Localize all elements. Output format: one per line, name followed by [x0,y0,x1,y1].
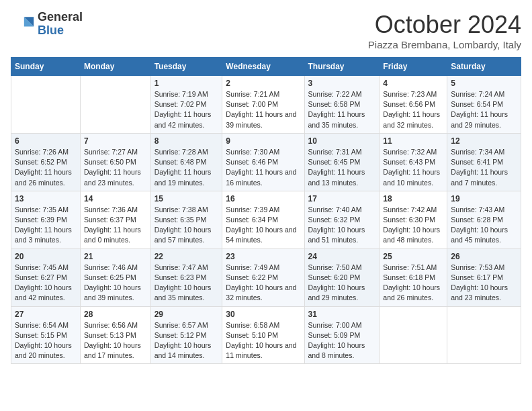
calendar-table: SundayMondayTuesdayWednesdayThursdayFrid… [11,57,521,364]
week-row-2: 6Sunrise: 7:26 AM Sunset: 6:52 PM Daylig… [11,133,521,191]
day-number: 29 [154,310,219,319]
calendar-cell: 6Sunrise: 7:26 AM Sunset: 6:52 PM Daylig… [11,133,81,191]
day-info: Sunrise: 7:45 AM Sunset: 6:27 PM Dayligh… [15,263,77,304]
day-number: 3 [308,79,376,88]
calendar-cell: 29Sunrise: 6:57 AM Sunset: 5:12 PM Dayli… [150,306,222,364]
location-text: Piazza Brembana, Lombardy, Italy [368,39,521,50]
day-number: 12 [451,136,517,146]
calendar-cell: 18Sunrise: 7:42 AM Sunset: 6:30 PM Dayli… [380,191,447,248]
header-thursday: Thursday [304,58,380,76]
month-title: October 2024 [368,11,521,39]
calendar-cell: 9Sunrise: 7:30 AM Sunset: 6:46 PM Daylig… [222,133,304,191]
calendar-cell: 28Sunrise: 6:56 AM Sunset: 5:13 PM Dayli… [81,306,151,364]
calendar-cell: 14Sunrise: 7:36 AM Sunset: 6:37 PM Dayli… [81,191,151,248]
calendar-cell: 10Sunrise: 7:31 AM Sunset: 6:45 PM Dayli… [304,133,380,191]
day-info: Sunrise: 7:42 AM Sunset: 6:30 PM Dayligh… [383,205,443,246]
day-number: 27 [15,310,77,319]
day-info: Sunrise: 7:34 AM Sunset: 6:41 PM Dayligh… [451,147,517,188]
title-section: October 2024 Piazza Brembana, Lombardy, … [368,11,521,50]
day-number: 9 [226,136,300,146]
calendar-cell: 3Sunrise: 7:22 AM Sunset: 6:58 PM Daylig… [304,76,380,134]
day-number: 21 [84,252,147,261]
calendar-cell: 11Sunrise: 7:32 AM Sunset: 6:43 PM Dayli… [380,133,447,191]
day-info: Sunrise: 6:56 AM Sunset: 5:13 PM Dayligh… [84,320,147,361]
day-info: Sunrise: 7:50 AM Sunset: 6:20 PM Dayligh… [308,263,376,304]
calendar-cell: 8Sunrise: 7:28 AM Sunset: 6:48 PM Daylig… [150,133,222,191]
header-saturday: Saturday [447,58,521,76]
header-sunday: Sunday [11,58,81,76]
header-wednesday: Wednesday [222,58,304,76]
day-info: Sunrise: 7:38 AM Sunset: 6:35 PM Dayligh… [154,205,219,246]
day-number: 25 [383,252,443,261]
day-info: Sunrise: 7:24 AM Sunset: 6:54 PM Dayligh… [451,89,517,130]
day-number: 17 [308,194,376,203]
day-number: 14 [84,194,147,203]
header-monday: Monday [81,58,151,76]
day-info: Sunrise: 7:36 AM Sunset: 6:37 PM Dayligh… [84,205,147,246]
day-number: 23 [226,252,300,261]
day-info: Sunrise: 7:32 AM Sunset: 6:43 PM Dayligh… [383,147,443,188]
calendar-cell [81,76,151,134]
calendar-cell: 23Sunrise: 7:49 AM Sunset: 6:22 PM Dayli… [222,248,304,306]
calendar-cell: 12Sunrise: 7:34 AM Sunset: 6:41 PM Dayli… [447,133,521,191]
day-number: 1 [154,79,219,88]
calendar-header-row: SundayMondayTuesdayWednesdayThursdayFrid… [11,58,521,76]
day-number: 18 [383,194,443,203]
day-number: 20 [15,252,77,261]
calendar-cell: 5Sunrise: 7:24 AM Sunset: 6:54 PM Daylig… [447,76,521,134]
day-number: 28 [84,310,147,319]
day-number: 8 [154,136,219,146]
day-info: Sunrise: 7:22 AM Sunset: 6:58 PM Dayligh… [308,89,376,130]
day-number: 13 [15,194,77,203]
calendar-cell: 2Sunrise: 7:21 AM Sunset: 7:00 PM Daylig… [222,76,304,134]
day-number: 26 [451,252,517,261]
day-info: Sunrise: 7:26 AM Sunset: 6:52 PM Dayligh… [15,147,77,188]
page-header: General Blue October 2024 Piazza Bremban… [11,11,521,50]
calendar-cell: 13Sunrise: 7:35 AM Sunset: 6:39 PM Dayli… [11,191,81,248]
day-info: Sunrise: 7:00 AM Sunset: 5:09 PM Dayligh… [308,320,376,361]
header-tuesday: Tuesday [150,58,222,76]
day-number: 24 [308,252,376,261]
week-row-5: 27Sunrise: 6:54 AM Sunset: 5:15 PM Dayli… [11,306,521,364]
day-number: 6 [15,136,77,146]
day-number: 5 [451,79,517,88]
calendar-cell: 1Sunrise: 7:19 AM Sunset: 7:02 PM Daylig… [150,76,222,134]
day-info: Sunrise: 7:53 AM Sunset: 6:17 PM Dayligh… [451,263,517,304]
day-info: Sunrise: 7:30 AM Sunset: 6:46 PM Dayligh… [226,147,300,188]
header-friday: Friday [380,58,447,76]
calendar-cell: 30Sunrise: 6:58 AM Sunset: 5:10 PM Dayli… [222,306,304,364]
calendar-cell [380,306,447,364]
calendar-cell: 21Sunrise: 7:46 AM Sunset: 6:25 PM Dayli… [81,248,151,306]
logo-general-text: General [38,10,83,24]
day-info: Sunrise: 7:19 AM Sunset: 7:02 PM Dayligh… [154,89,219,130]
day-number: 31 [308,310,376,319]
day-info: Sunrise: 7:31 AM Sunset: 6:45 PM Dayligh… [308,147,376,188]
day-info: Sunrise: 6:58 AM Sunset: 5:10 PM Dayligh… [226,320,300,361]
day-number: 16 [226,194,300,203]
day-info: Sunrise: 7:23 AM Sunset: 6:56 PM Dayligh… [383,89,443,130]
week-row-3: 13Sunrise: 7:35 AM Sunset: 6:39 PM Dayli… [11,191,521,248]
day-number: 15 [154,194,219,203]
day-info: Sunrise: 7:47 AM Sunset: 6:23 PM Dayligh… [154,263,219,304]
calendar-cell: 15Sunrise: 7:38 AM Sunset: 6:35 PM Dayli… [150,191,222,248]
week-row-1: 1Sunrise: 7:19 AM Sunset: 7:02 PM Daylig… [11,76,521,134]
calendar-cell: 24Sunrise: 7:50 AM Sunset: 6:20 PM Dayli… [304,248,380,306]
calendar-cell: 20Sunrise: 7:45 AM Sunset: 6:27 PM Dayli… [11,248,81,306]
calendar-cell: 4Sunrise: 7:23 AM Sunset: 6:56 PM Daylig… [380,76,447,134]
day-info: Sunrise: 7:43 AM Sunset: 6:28 PM Dayligh… [451,205,517,246]
day-info: Sunrise: 7:46 AM Sunset: 6:25 PM Dayligh… [84,263,147,304]
day-info: Sunrise: 7:28 AM Sunset: 6:48 PM Dayligh… [154,147,219,188]
day-info: Sunrise: 7:40 AM Sunset: 6:32 PM Dayligh… [308,205,376,246]
day-info: Sunrise: 7:51 AM Sunset: 6:18 PM Dayligh… [383,263,443,304]
day-number: 10 [308,136,376,146]
day-number: 2 [226,79,300,88]
day-info: Sunrise: 7:39 AM Sunset: 6:34 PM Dayligh… [226,205,300,246]
calendar-cell: 22Sunrise: 7:47 AM Sunset: 6:23 PM Dayli… [150,248,222,306]
day-info: Sunrise: 6:54 AM Sunset: 5:15 PM Dayligh… [15,320,77,361]
logo-blue-text: Blue [38,24,64,37]
logo-icon [11,12,35,36]
calendar-cell: 19Sunrise: 7:43 AM Sunset: 6:28 PM Dayli… [447,191,521,248]
day-number: 19 [451,194,517,203]
calendar-cell: 31Sunrise: 7:00 AM Sunset: 5:09 PM Dayli… [304,306,380,364]
day-number: 30 [226,310,300,319]
